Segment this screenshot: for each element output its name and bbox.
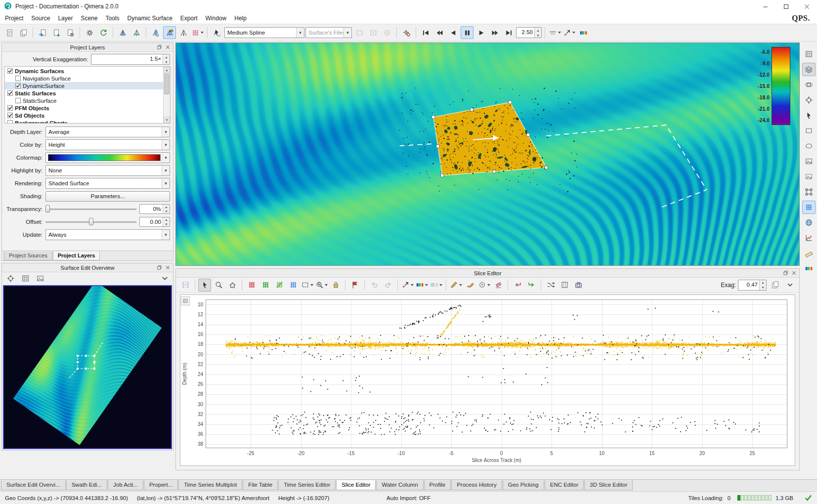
pointer-tool-button[interactable] [802, 109, 816, 122]
spin-up-icon[interactable]: ▴ [163, 54, 170, 59]
pause-button[interactable] [461, 26, 473, 39]
spin-down-icon[interactable]: ▾ [760, 285, 766, 290]
point-region-button[interactable] [477, 279, 491, 292]
mini-colormap-button[interactable] [802, 262, 816, 275]
point-size-button[interactable] [401, 279, 414, 292]
bathymetry-canvas[interactable] [176, 43, 799, 265]
menu-dynamic-surface[interactable]: Dynamic Surface [123, 13, 176, 23]
close-panel-icon[interactable] [164, 264, 172, 272]
tree-item-static-surfaces[interactable]: Static Surfaces [5, 89, 163, 97]
tab-3d-slice-editor[interactable]: 3D Slice Editor [584, 480, 633, 490]
spin-down-icon[interactable]: ▾ [163, 59, 170, 64]
menu-export[interactable]: Export [176, 13, 202, 23]
edit-pencil-button[interactable] [449, 279, 463, 292]
reject-soundings-button[interactable] [245, 279, 258, 292]
checkbox[interactable] [7, 113, 13, 118]
transparency-spin[interactable]: 0% ▴▾ [139, 204, 170, 214]
profile-pick-tool-button[interactable] [211, 26, 223, 39]
accept-interpolate-button[interactable] [273, 279, 286, 292]
point-display-button[interactable] [548, 26, 561, 39]
tab-swath-edi[interactable]: Swath Edi... [66, 480, 107, 490]
select-cursor-button[interactable] [198, 279, 211, 292]
tab-profile[interactable]: Profile [424, 480, 451, 490]
new-project-button[interactable] [3, 26, 16, 39]
skip-to-end-button[interactable] [502, 26, 515, 39]
rendering-select[interactable]: Shaded Surface ▾ [45, 178, 170, 189]
tree-item-background-charts[interactable]: Background Charts [5, 119, 163, 123]
snapshot-button[interactable] [34, 272, 46, 285]
dock-tab-project-sources[interactable]: Project Sources [4, 252, 52, 260]
menu-help[interactable]: Help [230, 13, 251, 23]
lasso-select-button[interactable] [802, 124, 816, 137]
spin-up-icon[interactable]: ▴ [760, 280, 766, 285]
shading-parameters-button[interactable]: Parameters... [45, 191, 170, 202]
grid-edit-mode-button[interactable] [191, 26, 204, 39]
checkbox[interactable] [7, 90, 13, 96]
scroll-down-icon[interactable]: ▾ [164, 117, 170, 123]
frame-select-button[interactable] [802, 185, 816, 199]
offset-slider[interactable] [45, 217, 136, 226]
recenter-view-button[interactable] [802, 93, 816, 107]
checkbox[interactable] [15, 83, 21, 88]
tree-scrollbar[interactable]: ▴ ▾ [163, 67, 170, 123]
snapshot-button[interactable] [572, 279, 585, 292]
orbit-view-button[interactable] [802, 78, 816, 91]
minimize-button[interactable] [755, 0, 775, 13]
close-button[interactable] [796, 0, 817, 13]
fast-forward-button[interactable] [488, 26, 501, 39]
update-select[interactable]: Always ▾ [45, 229, 170, 240]
tab-job-acti[interactable]: Job Acti... [108, 480, 143, 490]
checkbox[interactable] [7, 105, 13, 111]
plot-options-button[interactable] [181, 296, 190, 305]
tab-process-history[interactable]: Process History [451, 480, 502, 490]
add-processed-files-button[interactable] [50, 26, 63, 39]
transparency-slider[interactable] [45, 205, 136, 213]
recenter-button[interactable] [4, 272, 17, 285]
add-raw-sonar-files-button[interactable] [36, 26, 49, 39]
scroll-thumb[interactable] [164, 74, 170, 94]
open-project-button[interactable] [17, 26, 30, 39]
depth-layer-select[interactable]: Average ▾ [45, 126, 170, 137]
float-panel-icon[interactable] [781, 269, 790, 277]
color-by-select[interactable]: Height ▾ [45, 139, 170, 150]
screenshot-button[interactable] [802, 155, 816, 168]
layers-button[interactable] [802, 63, 816, 76]
collapse-overview-button[interactable] [158, 272, 171, 285]
tab-time-series-editor[interactable]: Time Series Editor [278, 480, 336, 490]
tab-geo-picking[interactable]: Geo Picking [503, 480, 544, 490]
tab-time-series-multiplot[interactable]: Time Series Multiplot [178, 480, 242, 490]
checkbox[interactable] [15, 76, 21, 81]
tree-item-navigation-surface[interactable]: Navigation Surface [5, 75, 163, 82]
checkbox[interactable] [7, 120, 13, 123]
globe-view-button[interactable] [802, 216, 816, 229]
grid-view-button[interactable] [802, 47, 816, 61]
tab-file-table[interactable]: File Table [243, 480, 278, 490]
colormap-select-button[interactable] [430, 279, 443, 292]
tree-item-sd-objects[interactable]: Sd Objects [5, 112, 163, 119]
image-select-button[interactable] [802, 170, 816, 183]
grid-display-button[interactable] [19, 272, 32, 285]
water-column-mode-button[interactable] [149, 26, 162, 39]
close-panel-icon[interactable] [790, 269, 798, 277]
select-rect-button[interactable] [301, 279, 314, 292]
play-button[interactable] [474, 26, 487, 39]
zoom-select-button[interactable] [315, 279, 328, 292]
spin-down-icon[interactable]: ▾ [163, 209, 170, 213]
tree-item-dynamic-surfaces[interactable]: Dynamic Surfaces [5, 67, 163, 75]
menu-source[interactable]: Source [27, 13, 54, 23]
checkbox[interactable] [7, 68, 13, 74]
menu-layer[interactable]: Layer [54, 13, 77, 23]
table-view-button[interactable] [558, 279, 571, 292]
slider-thumb[interactable] [45, 205, 50, 212]
select-region-button[interactable] [287, 279, 300, 292]
spin-down-icon[interactable]: ▾ [535, 33, 541, 38]
ellipse-select-button[interactable] [802, 139, 816, 153]
export-surface-button[interactable] [64, 26, 77, 39]
copy-plot-button[interactable] [769, 279, 781, 292]
swath-edit-mode-button[interactable] [177, 26, 190, 39]
spin-up-icon[interactable]: ▴ [163, 217, 170, 222]
offset-spin[interactable]: 0.00 ▴▾ [139, 217, 170, 227]
measure-tool-button[interactable] [802, 247, 816, 260]
fast-rewind-button[interactable] [433, 26, 446, 39]
skip-to-start-button[interactable] [419, 26, 432, 39]
